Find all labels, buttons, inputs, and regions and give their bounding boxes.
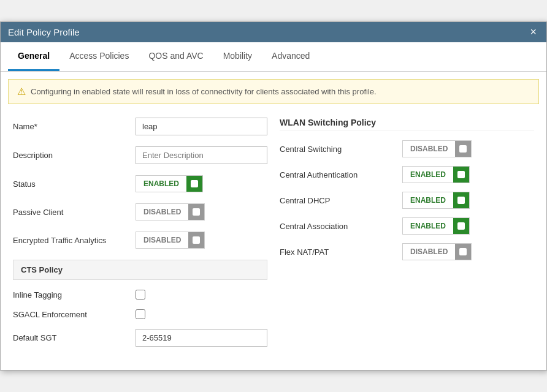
central-authentication-toggle[interactable]: ENABLED — [402, 166, 470, 183]
central-dhcp-text: ENABLED — [403, 192, 453, 208]
flex-nat-pat-indicator — [455, 244, 471, 260]
content-area: Name* Description Status ENABLED — [1, 111, 546, 370]
status-row: Status ENABLED — [13, 175, 267, 192]
tab-general[interactable]: General — [8, 42, 59, 71]
central-authentication-label: Central Authentication — [280, 170, 402, 179]
flex-nat-pat-row: Flex NAT/PAT DISABLED — [280, 243, 534, 260]
alert-banner: ⚠ Configuring in enabled state will resu… — [8, 79, 539, 104]
passive-client-row: Passive Client DISABLED — [13, 203, 267, 221]
encrypted-traffic-toggle-wrapper: DISABLED — [136, 232, 267, 249]
name-row: Name* — [13, 118, 267, 135]
status-toggle-wrapper: ENABLED — [136, 175, 267, 192]
default-sgt-row: Default SGT — [13, 329, 267, 347]
encrypted-traffic-row: Encrypted Traffic Analytics DISABLED — [13, 232, 267, 249]
left-panel: Name* Description Status ENABLED — [13, 118, 267, 358]
status-label: Status — [13, 179, 136, 189]
central-switching-indicator — [455, 141, 471, 157]
modal-title: Edit Policy Profile — [8, 27, 80, 37]
status-toggle[interactable]: ENABLED — [136, 175, 203, 192]
tab-bar: General Access Policies QOS and AVC Mobi… — [1, 42, 546, 72]
warning-icon: ⚠ — [17, 86, 26, 97]
flex-nat-pat-text: DISABLED — [403, 244, 455, 260]
central-association-toggle[interactable]: ENABLED — [402, 217, 470, 235]
tab-advanced[interactable]: Advanced — [262, 42, 319, 71]
inline-tagging-label: Inline Tagging — [13, 290, 136, 300]
central-dhcp-toggle[interactable]: ENABLED — [402, 192, 470, 209]
tab-qos-avc[interactable]: QOS and AVC — [139, 42, 213, 71]
default-sgt-field-wrapper — [136, 329, 267, 347]
central-dhcp-row: Central DHCP ENABLED — [280, 192, 534, 209]
encrypted-traffic-toggle-text: DISABLED — [136, 232, 188, 248]
name-field-wrapper — [136, 118, 267, 135]
central-authentication-row: Central Authentication ENABLED — [280, 166, 534, 183]
inline-tagging-checkbox[interactable] — [136, 290, 145, 300]
description-label: Description — [13, 151, 136, 160]
close-button[interactable]: × — [527, 26, 539, 39]
modal-container: Edit Policy Profile × General Access Pol… — [0, 21, 547, 371]
central-authentication-indicator — [453, 167, 469, 183]
central-association-row: Central Association ENABLED — [280, 217, 534, 235]
alert-text: Configuring in enabled state will result… — [31, 87, 377, 96]
inline-tagging-row: Inline Tagging — [13, 290, 267, 300]
central-association-label: Central Association — [280, 222, 402, 231]
name-input[interactable] — [136, 118, 267, 135]
flex-nat-pat-toggle[interactable]: DISABLED — [402, 243, 472, 260]
modal-header: Edit Policy Profile × — [1, 22, 546, 42]
tab-access-policies[interactable]: Access Policies — [59, 42, 139, 71]
central-switching-toggle[interactable]: DISABLED — [402, 140, 472, 157]
encrypted-traffic-toggle[interactable]: DISABLED — [136, 232, 205, 249]
encrypted-traffic-label: Encrypted Traffic Analytics — [13, 236, 136, 245]
cts-section-title: CTS Policy — [21, 265, 63, 274]
passive-client-toggle[interactable]: DISABLED — [136, 203, 205, 221]
description-field-wrapper — [136, 146, 267, 164]
central-dhcp-indicator — [453, 192, 469, 208]
right-panel: WLAN Switching Policy Central Switching … — [280, 118, 534, 358]
status-toggle-text: ENABLED — [136, 176, 186, 192]
central-switching-label: Central Switching — [280, 145, 402, 154]
central-association-indicator — [453, 218, 469, 234]
cts-section-header: CTS Policy — [13, 260, 267, 280]
default-sgt-label: Default SGT — [13, 333, 136, 342]
central-dhcp-label: Central DHCP — [280, 196, 402, 205]
name-label: Name* — [13, 122, 136, 131]
central-switching-text: DISABLED — [403, 141, 455, 157]
central-authentication-text: ENABLED — [403, 167, 453, 183]
passive-client-toggle-text: DISABLED — [136, 204, 188, 220]
passive-client-toggle-indicator — [188, 204, 204, 220]
description-row: Description — [13, 146, 267, 164]
central-switching-row: Central Switching DISABLED — [280, 140, 534, 157]
encrypted-traffic-toggle-indicator — [188, 232, 204, 248]
description-input[interactable] — [136, 146, 267, 164]
central-association-text: ENABLED — [403, 218, 453, 234]
passive-client-label: Passive Client — [13, 208, 136, 217]
tab-mobility[interactable]: Mobility — [213, 42, 262, 71]
sgacl-label: SGACL Enforcement — [13, 310, 136, 319]
default-sgt-input[interactable] — [136, 329, 267, 347]
passive-client-toggle-wrapper: DISABLED — [136, 203, 267, 221]
sgacl-row: SGACL Enforcement — [13, 309, 267, 319]
wlan-section-title: WLAN Switching Policy — [280, 118, 534, 130]
sgacl-checkbox[interactable] — [136, 309, 145, 319]
flex-nat-pat-label: Flex NAT/PAT — [280, 247, 402, 257]
status-toggle-indicator — [186, 176, 202, 192]
